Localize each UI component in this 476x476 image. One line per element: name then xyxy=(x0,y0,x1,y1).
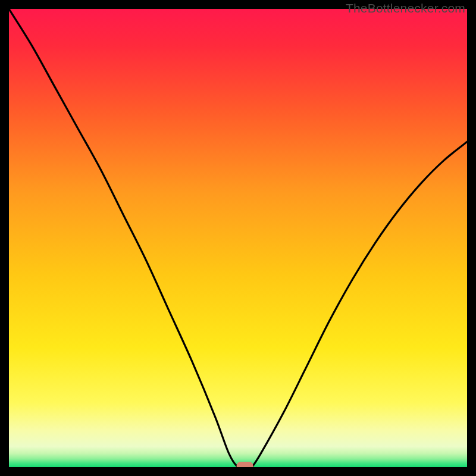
bottleneck-curve xyxy=(9,9,467,467)
bottleneck-curve-svg xyxy=(9,9,467,467)
chart-stage: TheBottlenecker.com xyxy=(0,0,476,476)
plot-area xyxy=(9,9,467,467)
watermark-text: TheBottlenecker.com xyxy=(346,1,465,15)
minimum-marker xyxy=(237,462,253,467)
